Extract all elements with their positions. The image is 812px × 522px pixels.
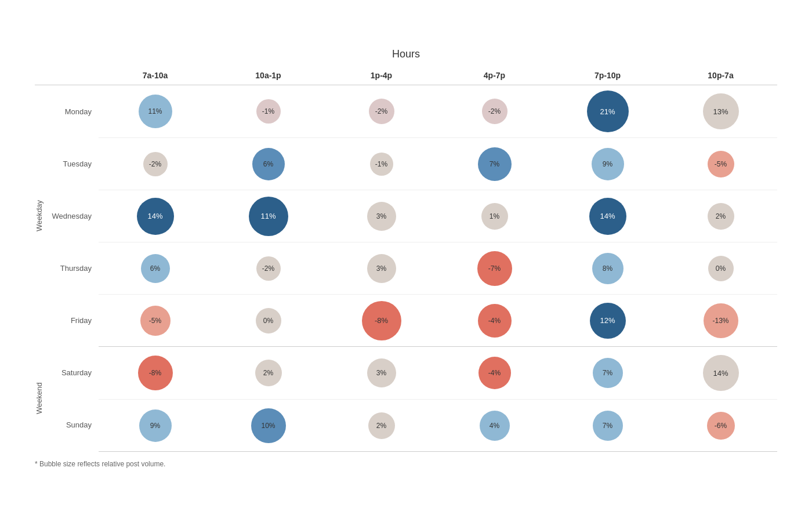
bubble-0-4-5: -13% — [704, 303, 738, 338]
row-name-0-3: Thursday — [48, 242, 99, 294]
cell-0-1-3: 7% — [438, 142, 551, 187]
data-row-0-0: 11%-1%-2%-2%21%13% — [99, 85, 777, 137]
cell-0-3-3: -7% — [438, 245, 551, 292]
cell-0-2-4: 14% — [551, 192, 664, 241]
cell-0-0-1: -1% — [212, 93, 325, 129]
bubble-0-1-1: 6% — [252, 148, 285, 180]
col-header-3: 4p-7p — [438, 66, 551, 85]
cell-1-0-1: 2% — [212, 354, 325, 392]
cell-0-0-3: -2% — [438, 93, 551, 130]
bubble-0-1-0: -2% — [143, 152, 168, 176]
bubble-0-0-0: 11% — [139, 95, 172, 128]
cell-1-0-2: 3% — [325, 353, 438, 393]
cell-0-2-1: 11% — [212, 191, 325, 242]
bubble-0-3-0: 6% — [141, 254, 170, 283]
grid-wrapper: 7a-10a10a-1p1p-4p4p-7p7p-10p10p-7a Weekd… — [35, 66, 777, 452]
chart-container: Hours 7a-10a10a-1p1p-4p4p-7p7p-10p10p-7a… — [17, 37, 795, 485]
cell-1-1-0: 9% — [99, 404, 212, 448]
cell-1-0-3: -4% — [438, 351, 551, 395]
row-name-0-1: Tuesday — [48, 137, 99, 190]
cell-0-0-0: 11% — [99, 89, 212, 134]
cell-1-1-3: 4% — [438, 405, 551, 447]
section-label-container-1: WeekendSaturdaySunday — [35, 346, 99, 451]
footnote: * Bubble size reflects relative post vol… — [35, 460, 777, 468]
cell-0-4-1: 0% — [212, 302, 325, 339]
data-row-1-1: 9%10%2%4%7%-6% — [99, 399, 777, 451]
bubble-0-1-2: -1% — [370, 153, 393, 176]
bubble-1-1-2: 2% — [368, 412, 395, 439]
bubble-0-4-4: 12% — [590, 303, 626, 339]
bubble-0-3-1: -2% — [256, 256, 281, 281]
bubble-1-1-1: 10% — [251, 408, 286, 443]
cell-0-3-2: 3% — [325, 248, 438, 289]
section-rows-0: 11%-1%-2%-2%21%13%-2%6%-1%7%9%-5%14%11%3… — [99, 85, 777, 347]
bubble-0-4-2: -8% — [362, 301, 401, 340]
cell-0-4-4: 12% — [551, 297, 664, 345]
cell-0-4-2: -8% — [325, 295, 438, 346]
bubble-0-3-3: -7% — [477, 251, 512, 286]
bubble-0-1-3: 7% — [478, 147, 512, 181]
bubble-1-1-0: 9% — [139, 409, 172, 442]
row-name-0-2: Wednesday — [48, 190, 99, 242]
bubble-1-0-1: 2% — [255, 360, 282, 386]
bubble-0-0-4: 21% — [587, 90, 629, 132]
bubble-1-0-2: 3% — [367, 358, 396, 387]
bubble-0-4-1: 0% — [256, 308, 281, 334]
col-header-5: 10p-7a — [664, 66, 777, 85]
cell-0-3-5: 0% — [664, 250, 777, 287]
bubble-0-0-3: -2% — [482, 99, 507, 124]
cell-0-4-5: -13% — [664, 298, 777, 344]
cell-0-0-4: 21% — [551, 85, 664, 138]
bubble-0-2-0: 14% — [137, 198, 174, 235]
bubble-0-2-1: 11% — [249, 197, 288, 236]
row-labels: WeekdayMondayTuesdayWednesdayThursdayFri… — [35, 85, 99, 452]
cell-0-2-3: 1% — [438, 197, 551, 235]
section-label-1: Weekend — [35, 346, 48, 451]
cell-0-2-2: 3% — [325, 196, 438, 237]
col-header-1: 10a-1p — [212, 66, 325, 85]
cell-0-2-0: 14% — [99, 192, 212, 241]
bubble-1-0-0: -8% — [138, 356, 173, 390]
bubble-0-3-5: 0% — [708, 256, 734, 281]
data-row-0-3: 6%-2%3%-7%8%0% — [99, 242, 777, 294]
cell-0-2-5: 2% — [664, 197, 777, 235]
bubble-1-0-3: -4% — [478, 357, 511, 389]
bubble-1-1-5: -6% — [707, 412, 735, 440]
bubble-0-0-5: 13% — [703, 93, 739, 129]
cell-0-1-5: -5% — [664, 145, 777, 183]
cell-1-1-4: 7% — [551, 405, 664, 447]
header-row: 7a-10a10a-1p1p-4p4p-7p7p-10p10p-7a — [99, 66, 777, 85]
data-row-0-2: 14%11%3%1%14%2% — [99, 190, 777, 242]
cell-0-0-2: -2% — [325, 93, 438, 130]
data-row-0-1: -2%6%-1%7%9%-5% — [99, 137, 777, 190]
bubble-0-0-1: -1% — [256, 99, 281, 124]
cell-1-1-2: 2% — [325, 407, 438, 445]
col-header-4: 7p-10p — [551, 66, 664, 85]
section-rows-1: -8%2%3%-4%7%14%9%10%2%4%7%-6% — [99, 347, 777, 452]
bubble-0-0-2: -2% — [369, 99, 394, 124]
cell-0-1-0: -2% — [99, 146, 212, 182]
bubble-0-3-4: 8% — [592, 253, 624, 284]
row-name-1-1: Sunday — [48, 398, 99, 451]
cell-0-3-0: 6% — [99, 248, 212, 289]
bubble-0-2-4: 14% — [589, 198, 626, 235]
bubble-0-4-3: -4% — [478, 304, 512, 338]
bubble-1-1-3: 4% — [480, 411, 510, 441]
cell-0-4-3: -4% — [438, 298, 551, 343]
cell-1-0-5: 14% — [664, 349, 777, 397]
chart-title: Hours — [35, 48, 777, 60]
row-name-1-0: Saturday — [48, 346, 99, 398]
bubble-0-2-3: 1% — [481, 203, 508, 230]
bubble-1-0-5: 14% — [703, 355, 739, 391]
cell-0-0-5: 13% — [664, 88, 777, 135]
data-row-1-0: -8%2%3%-4%7%14% — [99, 347, 777, 399]
cell-1-1-1: 10% — [212, 403, 325, 449]
row-names-1: SaturdaySunday — [48, 346, 99, 451]
bubble-1-0-4: 7% — [593, 358, 623, 388]
bubble-0-1-4: 9% — [592, 148, 624, 180]
cell-0-1-4: 9% — [551, 142, 664, 186]
row-name-0-0: Monday — [48, 85, 99, 137]
cell-0-3-4: 8% — [551, 247, 664, 290]
cell-1-0-0: -8% — [99, 350, 212, 396]
bubble-0-2-5: 2% — [708, 203, 734, 230]
